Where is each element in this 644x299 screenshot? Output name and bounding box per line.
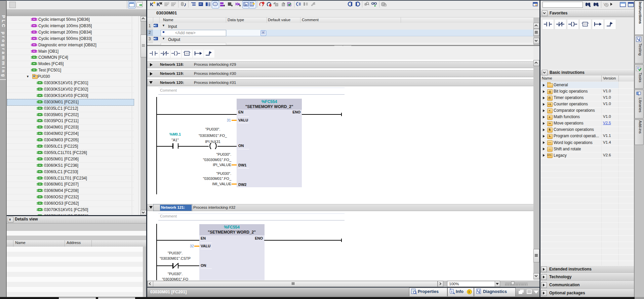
svg-text:??: ?? bbox=[186, 52, 189, 55]
svg-text:i: i bbox=[451, 289, 452, 293]
svg-text:??: ?? bbox=[584, 23, 587, 26]
